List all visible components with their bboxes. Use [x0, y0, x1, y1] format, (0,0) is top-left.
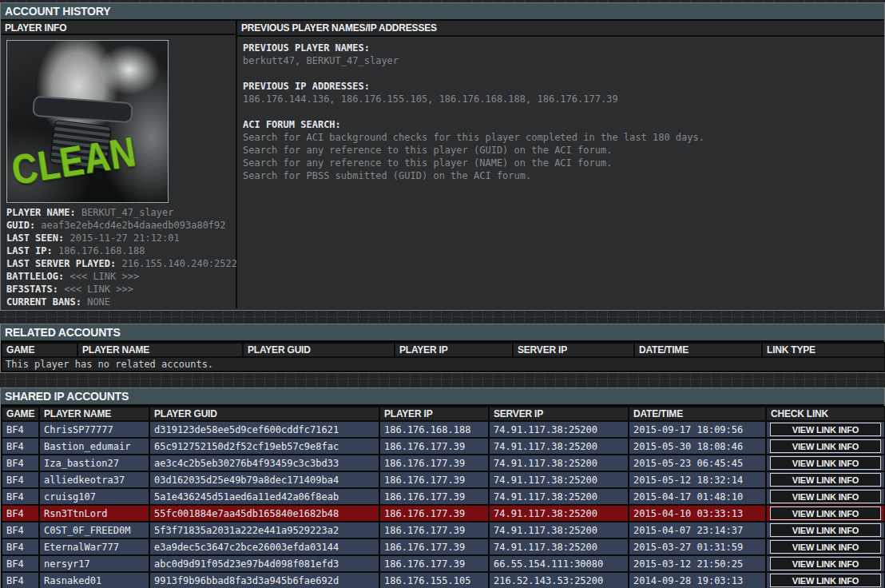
- aci-forum-search-label: ACI FORUM SEARCH:: [243, 118, 879, 131]
- player-info-field: BF3STATS: <<< LINK >>>: [6, 283, 230, 296]
- column-header-date-time: DATE/TIME: [634, 343, 762, 357]
- cell-guid: 03d162035d25e49b79a8dec171409ba4: [149, 471, 379, 488]
- cell-guid: 5a1e436245d51aed6a11ed42a06f8eab: [149, 488, 379, 505]
- shared-ip-row: BF4nersyr17abc0d9d91f05d23e97b4d098f081e…: [2, 555, 885, 572]
- previous-names-pane: PREVIOUS PLAYER NAMES/IP ADDRESSES PREVI…: [237, 21, 884, 308]
- field-label: BF3STATS:: [6, 284, 64, 295]
- cell-player-ip: 186.176.177.39: [379, 522, 489, 538]
- column-header-game: GAME: [2, 343, 77, 357]
- previous-ips-value: 186.176.144.136, 186.176.155.105, 186.17…: [243, 93, 879, 105]
- account-history-header: ACCOUNT HISTORY: [1, 3, 884, 21]
- cell-datetime: 2015-03-12 21:50:25: [629, 555, 766, 572]
- cell-name: nersyr17: [39, 555, 149, 572]
- column-header-date-time: DATE/TIME: [629, 407, 766, 421]
- previous-names-label: PREVIOUS PLAYER NAMES:: [243, 42, 879, 54]
- column-header-player-guid: PLAYER GUID: [149, 407, 379, 421]
- player-avatar: CLEAN: [6, 40, 169, 203]
- cell-datetime: 2014-09-28 19:03:13: [629, 572, 766, 588]
- cell-game: BF4: [2, 538, 39, 555]
- related-accounts-panel: RELATED ACCOUNTS GAMEPLAYER NAMEPLAYER G…: [0, 324, 885, 373]
- cell-player-ip: 186.176.155.105: [379, 572, 489, 588]
- player-info-header: PLAYER INFO: [1, 21, 236, 35]
- cell-datetime: 2015-05-30 18:08:46: [629, 438, 766, 455]
- cell-check-link: VIEW LINK INFO: [766, 522, 885, 538]
- field-label: PLAYER NAME:: [6, 207, 81, 218]
- view-link-info-button[interactable]: VIEW LINK INFO: [770, 439, 881, 453]
- shared-ip-row: BF4ChrisSP77777d319123de58ee5d9cef600cdd…: [2, 421, 885, 438]
- cell-check-link: VIEW LINK INFO: [766, 488, 885, 505]
- cell-check-link: VIEW LINK INFO: [766, 438, 885, 455]
- shared-ip-row: BF4Iza_bastion27ae3c4c2b5eb30276b4f93459…: [2, 455, 885, 471]
- cell-server-ip: 74.91.117.38:25200: [489, 538, 629, 555]
- cell-check-link: VIEW LINK INFO: [766, 572, 885, 588]
- column-header-check-link: CHECK LINK: [766, 407, 885, 421]
- cell-server-ip: 66.55.154.111:30080: [489, 555, 629, 572]
- field-value: NONE: [87, 296, 110, 308]
- forum-search-link[interactable]: Search for PBSS submitted (GUID) on the …: [243, 169, 879, 182]
- player-info-field: LAST IP: 186.176.168.188: [6, 244, 230, 257]
- view-link-info-button[interactable]: VIEW LINK INFO: [770, 507, 881, 520]
- field-value: BERKUT_47_slayer: [81, 207, 174, 218]
- column-header-player-name: PLAYER NAME: [77, 343, 243, 357]
- view-link-info-button[interactable]: VIEW LINK INFO: [770, 473, 881, 487]
- field-label: LAST IP:: [6, 245, 58, 256]
- player-info-field: BATTLELOG: <<< LINK >>>: [6, 270, 230, 283]
- cell-datetime: 2015-03-27 01:31:59: [629, 538, 766, 555]
- cell-game: BF4: [2, 455, 39, 471]
- field-link[interactable]: <<< LINK >>>: [69, 271, 139, 282]
- cell-player-ip: 186.176.177.39: [379, 455, 489, 471]
- view-link-info-button[interactable]: VIEW LINK INFO: [770, 540, 881, 554]
- cell-game: BF4: [2, 421, 39, 438]
- cell-server-ip: 74.91.117.38:25200: [489, 438, 629, 455]
- player-info-field: LAST SERVER PLAYED: 216.155.140.240:2522…: [6, 257, 230, 270]
- forum-search-link[interactable]: Search for any reference to this player …: [243, 144, 879, 157]
- field-value: 186.176.168.188: [58, 245, 145, 256]
- cell-check-link: VIEW LINK INFO: [766, 555, 885, 572]
- account-history-panel: ACCOUNT HISTORY PLAYER INFO CLEAN PLAYER…: [0, 2, 885, 311]
- field-label: GUID:: [6, 220, 41, 231]
- cell-server-ip: 216.52.143.53:25200: [489, 572, 629, 588]
- column-header-server-ip: SERVER IP: [489, 407, 629, 421]
- column-header-player-ip: PLAYER IP: [379, 407, 489, 421]
- shared-ip-row: BF4alliedkeotra3703d162035d25e49b79a8dec…: [2, 471, 885, 488]
- previous-ips-label: PREVIOUS IP ADDRESSES:: [243, 80, 879, 93]
- view-link-info-button[interactable]: VIEW LINK INFO: [770, 574, 881, 587]
- column-header-player-name: PLAYER NAME: [39, 407, 149, 421]
- cell-server-ip: 74.91.117.38:25200: [489, 505, 629, 522]
- player-info-pane: PLAYER INFO CLEAN PLAYER NAME: BERKUT_47…: [1, 21, 237, 308]
- cell-guid: 55fc001884e7aa45db165840e1682b48: [149, 505, 379, 522]
- cell-player-ip: 186.176.177.39: [379, 538, 489, 555]
- shared-ip-header-row: GAMEPLAYER NAMEPLAYER GUIDPLAYER IPSERVE…: [2, 407, 885, 421]
- cell-guid: 9913f9b96bbad8fa3d3a945b6fae692d: [149, 572, 379, 588]
- cell-game: BF4: [2, 572, 39, 588]
- cell-datetime: 2015-04-07 23:14:37: [629, 522, 766, 538]
- clean-stamp: CLEAN: [11, 144, 137, 178]
- cell-name: alliedkeotra37: [39, 471, 149, 488]
- column-header-player-ip: PLAYER IP: [395, 343, 513, 357]
- cell-name: Rsn3TtnLord: [39, 505, 149, 522]
- field-link[interactable]: <<< LINK >>>: [64, 284, 133, 295]
- field-label: BATTLELOG:: [6, 271, 69, 282]
- player-info-fields: PLAYER NAME: BERKUT_47_slayerGUID: aeaf3…: [6, 206, 230, 308]
- related-accounts-header: RELATED ACCOUNTS: [1, 324, 884, 342]
- view-link-info-button[interactable]: VIEW LINK INFO: [770, 557, 881, 570]
- forum-search-link[interactable]: Search for ACI background checks for thi…: [243, 131, 879, 144]
- cell-name: Iza_bastion27: [39, 455, 149, 471]
- column-header-player-guid: PLAYER GUID: [243, 343, 395, 357]
- cell-name: EternalWar777: [39, 538, 149, 555]
- aci-forum-search-links: Search for ACI background checks for thi…: [243, 131, 879, 182]
- shared-ip-row: BF4Rsn3TtnLord55fc001884e7aa45db165840e1…: [2, 505, 885, 522]
- column-header-server-ip: SERVER IP: [513, 343, 634, 357]
- view-link-info-button[interactable]: VIEW LINK INFO: [770, 456, 881, 470]
- view-link-info-button[interactable]: VIEW LINK INFO: [770, 490, 881, 503]
- shared-ip-accounts-panel: SHARED IP ACCOUNTS GAMEPLAYER NAMEPLAYER…: [0, 387, 885, 588]
- cell-guid: abc0d9d91f05d23e97b4d098f081efd3: [149, 555, 379, 572]
- player-info-field: PLAYER NAME: BERKUT_47_slayer: [6, 206, 230, 219]
- view-link-info-button[interactable]: VIEW LINK INFO: [770, 523, 881, 537]
- forum-search-link[interactable]: Search for any reference to this player …: [243, 157, 879, 169]
- cell-game: BF4: [2, 471, 39, 488]
- shared-ip-row: BF4cruisg1075a1e436245d51aed6a11ed42a06f…: [2, 488, 885, 505]
- view-link-info-button[interactable]: VIEW LINK INFO: [770, 423, 881, 436]
- cell-game: BF4: [2, 522, 39, 538]
- field-value: aeaf3e2eb4cd4e2b4daaedb093a80f92: [41, 220, 225, 231]
